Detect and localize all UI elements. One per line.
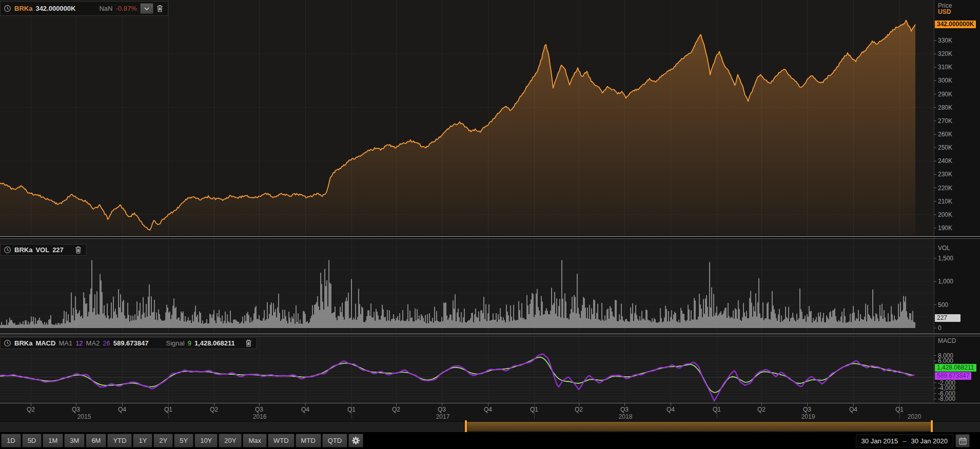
xaxis-quarter-label: Q4: [660, 406, 681, 413]
timeframe-button-1d[interactable]: 1D: [1, 434, 21, 447]
calendar-button[interactable]: [955, 434, 970, 447]
price-axis-label: 290K: [938, 91, 952, 98]
price-axis-label: 210K: [938, 198, 952, 205]
timeframe-button-5d[interactable]: 5D: [22, 434, 42, 447]
timeframe-button-20y[interactable]: 20Y: [219, 434, 242, 447]
xaxis-quarter-label: Q1: [158, 406, 179, 413]
price-axis-label: 320K: [938, 50, 952, 57]
timeframe-button-qtd[interactable]: QTD: [322, 434, 347, 447]
xaxis-quarter-label: Q4: [478, 406, 498, 413]
volume-axis-label: 1,500: [938, 255, 953, 262]
xaxis-quarter-label: Q4: [843, 406, 864, 413]
range-slider-right-handle[interactable]: [931, 420, 933, 433]
last-volume-badge: 227: [935, 314, 961, 322]
symbol-label: BRKa: [14, 246, 32, 254]
timeframe-button-10y[interactable]: 10Y: [194, 434, 218, 447]
xaxis-quarter-label: Q1: [341, 406, 362, 413]
timeframe-button-5y[interactable]: 5Y: [174, 434, 193, 447]
price-axis-label: 200K: [938, 211, 952, 218]
last-price-badge: 342.000000K: [935, 21, 976, 28]
indicator-label: VOL: [35, 246, 49, 254]
price-axis-label: 260K: [938, 131, 952, 138]
volume-axis-label: 0: [938, 324, 942, 332]
date-range-field[interactable]: 30 Jan 2015 – 30 Jan 2020: [856, 434, 953, 447]
xaxis-year-label: 2019: [796, 413, 820, 420]
indicator-label: MACD: [35, 339, 55, 347]
calendar-icon: [959, 437, 967, 445]
timeframe-button-ytd[interactable]: YTD: [107, 434, 132, 447]
symbol-label: BRKa: [14, 339, 32, 347]
date-separator: –: [903, 437, 906, 445]
start-date[interactable]: 30 Jan 2015: [861, 437, 898, 445]
timeframe-button-mtd[interactable]: MTD: [296, 434, 321, 447]
ma2-period: 26: [103, 339, 110, 347]
volume-legend: BRKa VOL 227: [0, 244, 87, 256]
xaxis-quarter-label: Q1: [707, 406, 727, 413]
signal-value: 1,428.068211: [194, 339, 235, 347]
symbol-label: BRKa: [14, 5, 32, 12]
trash-icon[interactable]: [245, 339, 252, 347]
timeframe-button-3m[interactable]: 3M: [64, 434, 85, 447]
timeframe-button-1m[interactable]: 1M: [43, 434, 63, 447]
xaxis-quarter-label: Q2: [21, 406, 41, 413]
timeframe-button-1y[interactable]: 1Y: [133, 434, 152, 447]
timeframe-button-6m[interactable]: 6M: [86, 434, 106, 447]
clock-icon[interactable]: [4, 246, 11, 254]
xaxis-quarter-label: Q2: [569, 406, 589, 413]
macd-value-badge: 589.673847: [935, 372, 971, 380]
macd-axis-title: MACD: [938, 337, 956, 344]
range-slider-left-handle[interactable]: [465, 420, 467, 433]
range-slider-bar[interactable]: [466, 422, 932, 431]
price-axis-label: 330K: [938, 37, 952, 44]
price-axis-label: 280K: [938, 104, 952, 111]
end-date[interactable]: 30 Jan 2020: [911, 437, 948, 445]
timeframe-button-max[interactable]: Max: [243, 434, 267, 447]
price-axis-label: 300K: [938, 77, 952, 84]
timeframe-button-wtd[interactable]: WTD: [268, 434, 295, 447]
price-axis-label: 270K: [938, 117, 952, 125]
price-axis-label: 310K: [938, 64, 952, 71]
volume-axis-label: 1,000: [938, 278, 953, 285]
xaxis-quarter-label: Q2: [751, 406, 772, 413]
price-axis-label: 190K: [938, 224, 952, 232]
macd-value: 589.673847: [113, 339, 149, 347]
macd-legend: BRKa MACD MA1 12 MA2 26 589.673847 Signa…: [0, 337, 257, 349]
signal-value-badge: 1,428.068211: [935, 364, 976, 372]
xaxis-year-label: 2016: [247, 413, 272, 420]
signal-period: 9: [188, 339, 191, 347]
clock-icon[interactable]: [4, 5, 11, 12]
ma1-period: 12: [75, 339, 83, 347]
xaxis-year-label: 2015: [72, 413, 96, 420]
price-axis-currency: USD: [938, 8, 951, 15]
xaxis-quarter-label: Q3: [432, 406, 452, 413]
macd-axis-label: -8,000: [938, 395, 955, 402]
xaxis-quarter-label: Q2: [204, 406, 224, 413]
xaxis-quarter-label: Q4: [112, 406, 132, 413]
chevron-down-icon[interactable]: [140, 3, 153, 14]
xaxis-quarter-label: Q4: [295, 406, 316, 413]
price-axis-label: 250K: [938, 144, 952, 151]
signal-label: Signal: [166, 339, 185, 347]
xaxis-quarter-label: Q3: [249, 406, 269, 413]
xaxis-quarter-label: Q3: [614, 406, 635, 413]
price-axis-label: 240K: [938, 157, 952, 165]
settings-gear-button[interactable]: [348, 434, 363, 447]
trash-icon[interactable]: [75, 246, 82, 254]
change-value: NaN: [99, 5, 112, 12]
xaxis-year-label: 2017: [430, 413, 455, 420]
xaxis-quarter-label: Q3: [797, 406, 817, 413]
xaxis-quarter-label: Q1: [889, 406, 910, 413]
trash-icon[interactable]: [156, 5, 163, 12]
xaxis-year-label: 2018: [613, 413, 638, 420]
ma1-label: MA1: [58, 339, 72, 347]
chart-canvas: [0, 0, 980, 432]
timeframe-toolbar: 1D5D1M3M6MYTD1Y2Y5Y10Y20YMaxWTDMTDQTD: [0, 432, 980, 449]
xaxis-year-label: 2020: [902, 413, 927, 420]
volume-axis-title: VOL: [938, 244, 950, 252]
last-price-value: 342.000000K: [35, 5, 75, 12]
volume-value: 227: [52, 246, 64, 254]
xaxis-quarter-label: Q3: [66, 406, 86, 413]
timeframe-button-2y[interactable]: 2Y: [153, 434, 173, 447]
price-legend: BRKa 342.000000K NaN -0.87%: [0, 1, 168, 16]
clock-icon[interactable]: [4, 339, 11, 347]
